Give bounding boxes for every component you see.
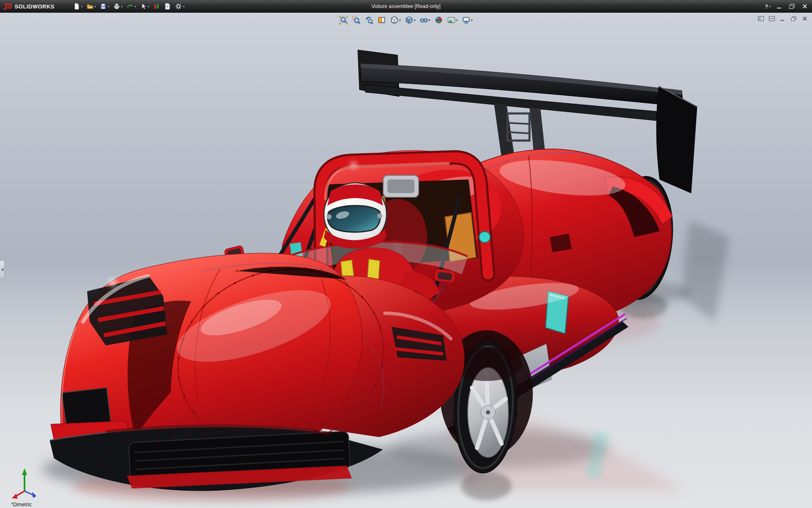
window-split-icon[interactable]	[757, 15, 765, 22]
zoom-to-fit-icon[interactable]	[338, 15, 348, 25]
open-document-icon[interactable]: ▾	[85, 2, 98, 11]
view-settings-icon[interactable]: ▾	[461, 15, 474, 25]
apply-scene-icon[interactable]: ▾	[447, 15, 459, 25]
section-view-icon[interactable]	[376, 15, 387, 25]
display-style-icon[interactable]: ▾	[404, 15, 416, 25]
undo-icon[interactable]: ▾	[125, 2, 137, 11]
select-cursor-icon[interactable]: ▾	[138, 2, 151, 11]
reference-triad	[7, 466, 42, 501]
help-button[interactable]: ?▾	[765, 3, 771, 10]
zoom-to-area-icon[interactable]	[351, 15, 361, 25]
view-orientation-icon[interactable]: ▾	[389, 15, 401, 25]
document-window-controls	[757, 15, 809, 22]
orientation-label: *Dimetric	[11, 502, 32, 508]
cyan-fitting	[479, 232, 490, 243]
edit-appearance-icon[interactable]	[434, 15, 444, 25]
title-bar: ƷS SOLIDWORKS ▾ ▾ ▾ ▾ ▾ ▾ ▾ Voitu	[0, 0, 812, 13]
chevron-left-icon	[1, 268, 3, 271]
print-icon[interactable]: ▾	[112, 2, 124, 11]
options-gear-icon[interactable]: ▾	[173, 2, 186, 11]
new-document-icon[interactable]: ▾	[71, 2, 84, 11]
previous-view-icon[interactable]	[364, 15, 374, 25]
save-icon[interactable]: ▾	[98, 2, 111, 11]
doc-restore-icon[interactable]	[790, 15, 798, 22]
feature-panel-collapse-tab[interactable]	[0, 260, 5, 279]
heads-up-view-toolbar: ▾ ▾ ▾ ▾ ▾	[338, 15, 473, 25]
solidworks-logo: ƷS SOLIDWORKS	[0, 3, 60, 10]
brand-name: SOLIDWORKS	[14, 3, 55, 10]
doc-close-icon[interactable]	[801, 15, 809, 22]
hide-show-items-icon[interactable]: ▾	[419, 15, 431, 25]
model-scene[interactable]	[0, 13, 812, 508]
helmet-visor	[328, 206, 381, 232]
restore-button[interactable]	[789, 4, 795, 9]
doc-minimize-icon[interactable]	[779, 15, 787, 22]
file-properties-icon[interactable]	[162, 2, 173, 11]
graphics-viewport[interactable]: ▾ ▾ ▾ ▾ ▾	[0, 13, 812, 508]
minimize-button[interactable]	[776, 4, 782, 9]
solidworks-logo-icon: ƷS	[3, 3, 12, 10]
quick-access-toolbar: ▾ ▾ ▾ ▾ ▾ ▾ ▾	[71, 2, 186, 11]
close-button[interactable]	[802, 4, 808, 9]
rebuild-icon[interactable]	[151, 2, 162, 11]
window-pane-icon[interactable]	[768, 15, 776, 22]
